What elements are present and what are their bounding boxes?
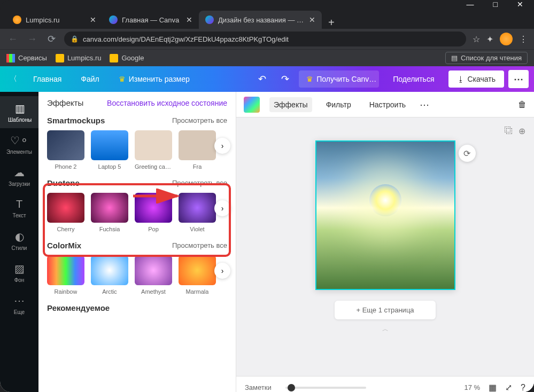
bookmarks-bar: Сервисы Lumpics.ru Google ▤ Список для ч… bbox=[0, 49, 534, 66]
minimize-button[interactable]: — bbox=[467, 0, 474, 9]
duplicate-page-icon[interactable]: ⿻ bbox=[505, 126, 513, 136]
effect-thumb[interactable]: Fra bbox=[179, 130, 216, 170]
more-icon: ⋯ bbox=[14, 294, 25, 307]
thumb-image bbox=[179, 255, 216, 285]
zoom-value[interactable]: 17 % bbox=[464, 383, 480, 391]
effect-thumb[interactable]: Amethyst bbox=[135, 255, 172, 295]
rail-templates[interactable]: ▥Шаблоны bbox=[0, 96, 38, 128]
file-menu[interactable]: Файл bbox=[73, 70, 106, 88]
scroll-next-button[interactable]: › bbox=[214, 138, 230, 154]
toolbar-more-button[interactable]: ⋯ bbox=[420, 99, 429, 111]
download-button[interactable]: ⭳Скачать bbox=[448, 70, 505, 88]
browser-tab-active[interactable]: Дизайн без названия — 1481 ✕ bbox=[199, 11, 322, 29]
elements-icon: ♡⚬ bbox=[10, 134, 29, 147]
rail-elements[interactable]: ♡⚬Элементы bbox=[0, 128, 38, 160]
star-icon[interactable]: ☆ bbox=[473, 34, 480, 44]
view-all-link[interactable]: Просмотреть все bbox=[172, 116, 227, 124]
fullscreen-icon[interactable]: ⤢ bbox=[505, 382, 512, 392]
grid-view-icon[interactable]: ▦ bbox=[489, 382, 497, 392]
effect-thumb[interactable]: Phone 2 bbox=[47, 130, 84, 170]
effect-thumb[interactable]: Rainbow bbox=[47, 255, 84, 295]
close-tab-icon[interactable]: ✕ bbox=[309, 15, 315, 24]
templates-icon: ▥ bbox=[15, 102, 25, 115]
effect-thumb[interactable]: Arctic bbox=[91, 255, 128, 295]
thumb-image bbox=[135, 193, 172, 223]
effect-thumb[interactable]: Marmala bbox=[179, 255, 216, 295]
bookmark-google[interactable]: Google bbox=[110, 54, 144, 62]
effect-thumb[interactable]: Greeting car… bbox=[135, 130, 172, 170]
effect-thumb[interactable]: Laptop 5 bbox=[91, 130, 128, 170]
add-page-button[interactable]: + Еще 1 страница bbox=[335, 301, 435, 319]
more-menu-button[interactable]: ⋯ bbox=[508, 70, 529, 88]
browser-tab[interactable]: Lumpics.ru ✕ bbox=[6, 11, 103, 29]
reload-button[interactable]: ⟳ bbox=[45, 33, 58, 45]
selected-image[interactable] bbox=[315, 140, 455, 290]
extensions-icon[interactable]: ✦ bbox=[486, 34, 493, 44]
rail-text[interactable]: TТекст bbox=[0, 192, 38, 224]
url-text: canva.com/design/DAEnEqtj2gw/XzFEDkU4ppa… bbox=[83, 35, 289, 43]
rotate-handle[interactable]: ⟳ bbox=[459, 145, 476, 162]
profile-avatar[interactable] bbox=[500, 33, 513, 45]
rail-uploads[interactable]: ☁Загрузки bbox=[0, 160, 38, 192]
thumb-image bbox=[135, 255, 172, 285]
close-tab-icon[interactable]: ✕ bbox=[90, 15, 96, 24]
url-input[interactable]: 🔒 canva.com/design/DAEnEqtj2gw/XzFEDkU4p… bbox=[64, 32, 466, 46]
delete-button[interactable]: 🗑 bbox=[518, 100, 527, 109]
section-title: Рекомендуемое bbox=[47, 303, 110, 312]
folder-icon bbox=[56, 54, 64, 62]
close-tab-icon[interactable]: ✕ bbox=[186, 15, 192, 24]
canva-header: 〈 Главная Файл ♛Изменить размер ↶ ↷ ♛Пол… bbox=[0, 66, 534, 92]
effect-thumb[interactable]: Violet bbox=[179, 193, 216, 232]
thumb-image bbox=[179, 130, 216, 160]
canvas-viewport[interactable]: ⿻ ⊕ ⟳ + Еще 1 страница ︿ bbox=[236, 117, 534, 376]
view-all-link[interactable]: Просмотреть все bbox=[172, 179, 227, 187]
reading-list-button[interactable]: ▤ Список для чтения bbox=[445, 52, 528, 64]
help-icon[interactable]: ? bbox=[521, 383, 525, 393]
bookmark-lumpics[interactable]: Lumpics.ru bbox=[56, 54, 102, 62]
restore-link[interactable]: Восстановить исходное состояние bbox=[107, 99, 227, 107]
back-button[interactable]: ← bbox=[6, 34, 19, 45]
add-page-icon[interactable]: ⊕ bbox=[518, 126, 525, 136]
crown-icon: ♛ bbox=[306, 75, 313, 83]
undo-button[interactable]: ↶ bbox=[253, 73, 272, 85]
new-tab-button[interactable]: + bbox=[322, 17, 341, 29]
collapse-handle[interactable]: ︿ bbox=[382, 325, 389, 334]
get-pro-button[interactable]: ♛Получить Canv… bbox=[299, 70, 379, 88]
share-button[interactable]: Поделиться bbox=[383, 70, 444, 88]
effect-thumb[interactable]: Pop bbox=[135, 193, 172, 232]
thumb-image bbox=[91, 130, 128, 160]
image-sun bbox=[369, 184, 401, 216]
design-page[interactable]: ⟳ bbox=[315, 140, 455, 290]
scroll-next-button[interactable]: › bbox=[214, 200, 230, 216]
filter-button[interactable]: Фильтр bbox=[322, 97, 355, 112]
notes-button[interactable]: Заметки bbox=[245, 383, 272, 391]
rail-more[interactable]: ⋯Еще bbox=[0, 288, 38, 320]
home-button[interactable]: Главная bbox=[26, 70, 69, 88]
section-recommended: Рекомендуемое bbox=[47, 303, 227, 312]
effects-button[interactable]: Эффекты bbox=[269, 97, 312, 112]
adjust-button[interactable]: Настроить bbox=[365, 97, 410, 112]
close-window-button[interactable]: ✕ bbox=[517, 0, 523, 9]
download-icon: ⭳ bbox=[457, 75, 465, 83]
folder-icon bbox=[110, 54, 118, 62]
canvas-toolbar: Эффекты Фильтр Настроить ⋯ 🗑 bbox=[236, 92, 534, 117]
rail-styles[interactable]: ◐Стили bbox=[0, 224, 38, 256]
slider-thumb[interactable] bbox=[288, 384, 295, 391]
maximize-button[interactable]: □ bbox=[493, 0, 498, 9]
text-icon: T bbox=[16, 198, 22, 210]
resize-button[interactable]: ♛Изменить размер bbox=[111, 70, 197, 88]
menu-icon[interactable]: ⋮ bbox=[519, 34, 528, 44]
effect-thumb[interactable]: Fuchsia bbox=[91, 193, 128, 232]
rail-background[interactable]: ▨Фон bbox=[0, 256, 38, 288]
forward-button[interactable]: → bbox=[26, 34, 38, 45]
redo-button[interactable]: ↷ bbox=[276, 73, 295, 85]
back-to-home-button[interactable]: 〈 bbox=[5, 70, 21, 88]
view-all-link[interactable]: Просмотреть все bbox=[172, 241, 227, 249]
effect-thumb[interactable]: Cherry bbox=[47, 193, 84, 232]
bookmark-services[interactable]: Сервисы bbox=[6, 54, 47, 62]
scroll-next-button[interactable]: › bbox=[214, 263, 230, 279]
color-picker[interactable] bbox=[244, 97, 260, 113]
browser-tab[interactable]: Главная — Canva ✕ bbox=[103, 11, 199, 29]
zoom-slider[interactable] bbox=[285, 387, 366, 389]
tab-title: Lumpics.ru bbox=[26, 16, 86, 24]
